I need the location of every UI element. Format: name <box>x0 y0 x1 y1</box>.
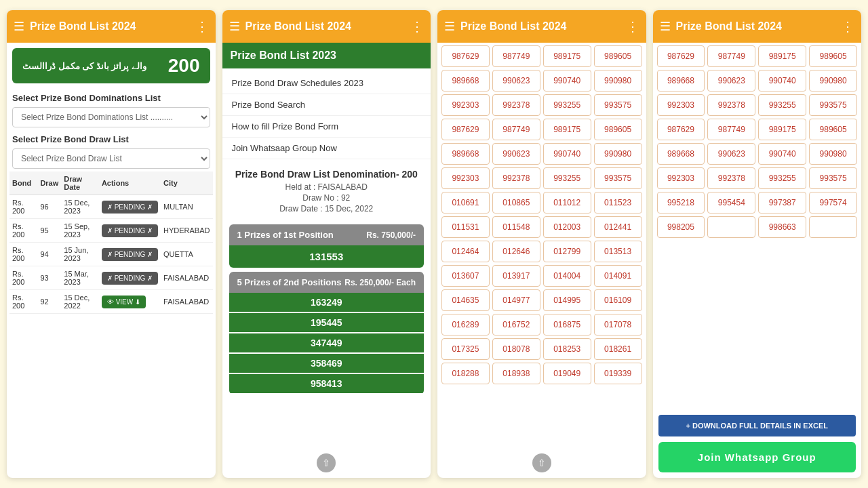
panel4-dots[interactable]: ⋮ <box>841 18 854 35</box>
number-cell: 990740 <box>543 143 591 165</box>
prize2-number-item: 347449 <box>229 333 425 352</box>
number-cell: 992303 <box>441 94 490 116</box>
number-cell: 987749 <box>492 45 540 67</box>
menu-item[interactable]: How to fill Prize Bond Form <box>222 116 431 138</box>
numbers-row: 995218995454997387997574 <box>657 192 858 214</box>
number-cell: 016109 <box>594 289 642 311</box>
number-cell: 014004 <box>543 265 591 287</box>
section2-label: Select Prize Bond Draw List <box>7 130 216 146</box>
download-excel-button[interactable]: + DOWNLOAD FULL DETAILS IN EXCEL <box>658 415 856 436</box>
draw-no: Draw No : 92 <box>231 193 423 203</box>
panel1-title: Prize Bond List 2024 <box>30 20 190 33</box>
pending-button[interactable]: ✗ PENDING ✗ <box>102 224 158 237</box>
panel2-info: Prize Bond Draw List Denomination- 200 H… <box>222 163 431 220</box>
number-cell: 989668 <box>441 70 490 92</box>
number-cell: 018253 <box>543 338 591 360</box>
prize2-label: 5 Prizes of 2nd Positions <box>237 277 342 287</box>
number-cell: 997574 <box>809 192 857 214</box>
whatsapp-button[interactable]: Join Whatsapp Group <box>658 442 856 472</box>
numbers-row: 011531011548012003012441 <box>441 216 642 238</box>
number-cell: 011531 <box>441 216 490 238</box>
panel-4: ☰ Prize Bond List 2024 ⋮ 987629987749989… <box>653 10 862 478</box>
numbers-row: 018288018938019049019339 <box>441 363 642 384</box>
number-cell: 987749 <box>707 119 755 140</box>
numbers-row: 998205998663 <box>657 216 858 238</box>
table-row: Rs. 200 95 15 Sep, 2023 ✗ PENDING ✗ HYDE… <box>9 219 213 243</box>
draw-cell: 94 <box>37 243 61 266</box>
numbers-row: 013607013917014004014091 <box>441 265 642 287</box>
number-cell: 016289 <box>441 314 490 336</box>
panel2-content: Prize Bond List 2023 Prize Bond Draw Sch… <box>222 43 431 478</box>
view-button[interactable]: 👁 VIEW ⬇ <box>102 296 146 308</box>
city-cell: FAISALABAD <box>161 290 212 314</box>
number-cell: 011548 <box>492 216 540 238</box>
col-draw: Draw <box>37 171 61 195</box>
panel3-dots[interactable]: ⋮ <box>626 18 639 35</box>
city-cell: FAISALABAD <box>161 266 212 290</box>
draw-select[interactable]: Select Prize Bond Draw List <box>12 148 210 169</box>
bond-cell: Rs. 200 <box>9 195 37 219</box>
draws-table: Bond Draw Draw Date Actions City Rs. 200… <box>9 171 213 314</box>
domination-select[interactable]: Select Prize Bond Dominations List .....… <box>12 107 210 127</box>
number-cell: 990623 <box>707 143 755 165</box>
numbers-row: 989668990623990740990980 <box>657 70 858 92</box>
numbers-row: 010691010865011012011523 <box>441 192 642 214</box>
panel-1: ☰ Prize Bond List 2024 ⋮ والے پرائز بانڈ… <box>7 10 216 478</box>
panel2-menu-icon: ☰ <box>229 19 240 34</box>
prize2-number-item: 958413 <box>229 374 425 393</box>
pending-button[interactable]: ✗ PENDING ✗ <box>102 248 158 261</box>
number-cell: 014635 <box>441 289 490 311</box>
panel1-dots[interactable]: ⋮ <box>195 18 209 35</box>
number-cell: 018261 <box>594 338 642 360</box>
date-cell: 15 Mar, 2023 <box>61 266 99 290</box>
date-cell: 15 Jun, 2023 <box>61 243 99 266</box>
panel3-menu-icon: ☰ <box>444 19 455 34</box>
date-cell: 15 Sep, 2023 <box>61 219 99 243</box>
number-cell: 992378 <box>492 167 540 189</box>
panel4-header: ☰ Prize Bond List 2024 ⋮ <box>653 10 862 43</box>
number-cell: 992378 <box>492 94 540 116</box>
number-cell: 990740 <box>758 143 806 165</box>
number-cell: 014977 <box>492 289 540 311</box>
number-cell: 995454 <box>707 192 755 214</box>
action-cell: ✗ PENDING ✗ <box>99 219 161 243</box>
menu-item[interactable]: Join Whatsaap Group Now <box>222 138 431 159</box>
prize2-amount: Rs. 250,000/- Each <box>344 278 416 287</box>
number-cell: 997387 <box>758 192 806 214</box>
panel2-dots[interactable]: ⋮ <box>410 18 424 35</box>
bond-banner: والے پرائز بانڈ کی مکمل ڈراالسٹ 200 <box>12 48 210 83</box>
numbers-row: 992303992378993255993575 <box>441 94 642 116</box>
prize2-numbers: 163249195445347449358469958413 <box>229 293 425 393</box>
numbers-row: 012464012646012799013513 <box>441 241 642 262</box>
number-cell: 989605 <box>809 45 857 67</box>
prize1-number: 131553 <box>229 245 425 268</box>
bond-cell: Rs. 200 <box>9 266 37 290</box>
number-cell: 993575 <box>594 94 642 116</box>
number-cell: 012003 <box>543 216 591 238</box>
number-cell: 989175 <box>758 45 806 67</box>
panel2-dropdown-label[interactable]: Prize Bond List 2023 <box>222 43 431 68</box>
panel4-menu-icon: ☰ <box>660 19 671 34</box>
numbers-row: 992303992378993255993575 <box>657 94 858 116</box>
menu-item[interactable]: Prize Bond Draw Schedules 2023 <box>222 73 431 94</box>
action-cell: ✗ PENDING ✗ <box>99 266 161 290</box>
numbers-row: 987629987749989175989605 <box>657 45 858 67</box>
number-cell: 989175 <box>758 119 806 140</box>
menu-item[interactable]: Prize Bond Search <box>222 94 431 116</box>
panel4-numbers-grid: 9876299877499891759896059896689906239907… <box>653 43 862 409</box>
number-cell: 019339 <box>594 363 642 384</box>
number-cell: 990740 <box>758 70 806 92</box>
pending-button[interactable]: ✗ PENDING ✗ <box>102 201 158 214</box>
number-cell: 998205 <box>657 216 705 238</box>
menu-icon: ☰ <box>14 19 24 34</box>
draw-cell: 95 <box>37 219 61 243</box>
number-cell: 017325 <box>441 338 490 360</box>
number-cell: 011523 <box>594 192 642 214</box>
number-cell: 987629 <box>657 45 705 67</box>
pending-button[interactable]: ✗ PENDING ✗ <box>102 272 158 285</box>
number-cell: 992378 <box>707 94 755 116</box>
panel2-scroll-up[interactable]: ⇧ <box>317 453 336 472</box>
number-cell: 018938 <box>492 363 540 384</box>
panel3-scroll-up[interactable]: ⇧ <box>532 453 551 472</box>
table-row: Rs. 200 93 15 Mar, 2023 ✗ PENDING ✗ FAIS… <box>9 266 213 290</box>
